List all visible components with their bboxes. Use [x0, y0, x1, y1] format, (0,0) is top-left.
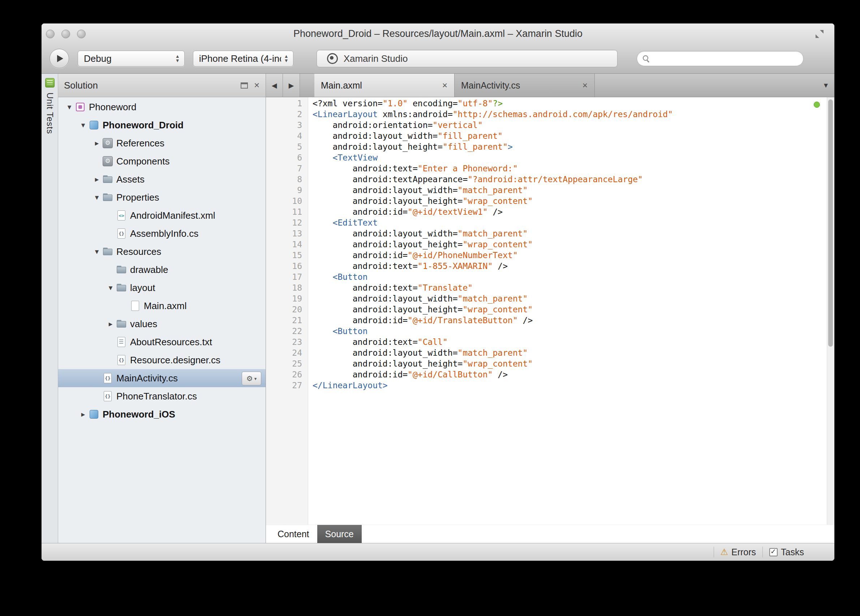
- tree-item-label: AssemblyInfo.cs: [130, 228, 198, 239]
- fullscreen-icon[interactable]: [815, 29, 824, 39]
- tab-list-chevron-icon[interactable]: ▾: [824, 81, 828, 90]
- tree-item-Phoneword_Droid[interactable]: ▾Phoneword_Droid: [58, 116, 265, 134]
- expander-collapsed-icon[interactable]: ▸: [91, 139, 102, 148]
- expander-expanded-icon[interactable]: ▾: [78, 121, 88, 129]
- tree-item-layout[interactable]: ▾layout: [58, 279, 265, 297]
- line-number: 21: [266, 315, 308, 326]
- tree-item-Components[interactable]: Components: [58, 152, 265, 170]
- unit-tests-icon: [45, 78, 55, 88]
- tree-item-AboutResources.txt[interactable]: AboutResources.txt: [58, 333, 265, 351]
- item-options-gear-button[interactable]: ⚙▾: [242, 372, 261, 385]
- tasks-button[interactable]: Tasks: [769, 547, 804, 558]
- tree-item-drawable[interactable]: drawable: [58, 261, 265, 279]
- tree-item-label: References: [116, 138, 165, 149]
- unit-tests-pad-tab[interactable]: Unit Tests: [42, 74, 58, 543]
- solution-pad: Solution ✕ ▾Phoneword▾Phoneword_Droid▸Re…: [58, 74, 266, 543]
- expander-collapsed-icon[interactable]: ▸: [91, 175, 102, 184]
- dock-pad-icon[interactable]: [241, 82, 248, 88]
- content-view-button[interactable]: Content: [270, 525, 317, 543]
- tree-item-label: Resource.designer.cs: [130, 355, 220, 366]
- solution-tree: ▾Phoneword▾Phoneword_Droid▸ReferencesCom…: [58, 97, 265, 543]
- folder-icon: [102, 192, 113, 203]
- navigate-forward-button[interactable]: ▶: [283, 74, 300, 97]
- expander-collapsed-icon[interactable]: ▸: [78, 410, 88, 419]
- tree-item-Resource.designer.cs[interactable]: Resource.designer.cs: [58, 351, 265, 369]
- tree-item-PhoneTranslator.cs[interactable]: PhoneTranslator.cs: [58, 387, 265, 405]
- search-input[interactable]: [653, 53, 803, 64]
- solution-pad-title: Solution: [64, 80, 241, 91]
- editor-scrollbar[interactable]: [827, 97, 834, 525]
- tree-item-label: values: [130, 319, 157, 330]
- code-line: <?xml version="1.0" encoding="utf-8"?>: [312, 98, 834, 109]
- close-window-button[interactable]: [46, 30, 55, 38]
- toolbar: Debug ▲▼ iPhone Retina (4-inch ▲▼ Xamari…: [42, 44, 834, 73]
- code-line: android:id="@+id/PhoneNumberText": [312, 250, 834, 261]
- view-switcher: Content Source: [266, 525, 834, 543]
- scrollbar-thumb[interactable]: [828, 99, 833, 347]
- code-line: android:layout_height="fill_parent">: [312, 141, 834, 152]
- text-file-icon: [116, 336, 127, 347]
- search-field[interactable]: [637, 51, 804, 66]
- tree-item-MainActivity.cs[interactable]: MainActivity.cs⚙▾: [58, 369, 265, 387]
- code-line: android:id="@+id/TranslateButton" />: [312, 315, 834, 326]
- expander-expanded-icon[interactable]: ▾: [64, 103, 75, 112]
- tree-item-Phoneword_iOS[interactable]: ▸Phoneword_iOS: [58, 405, 265, 423]
- status-target-icon: [327, 53, 338, 64]
- references-icon: [102, 138, 113, 149]
- minimize-window-button[interactable]: [61, 30, 70, 38]
- traffic-lights: [46, 30, 86, 38]
- tree-item-Main.axml[interactable]: Main.axml: [58, 297, 265, 315]
- expander-collapsed-icon[interactable]: ▸: [105, 319, 116, 328]
- line-number: 15: [266, 250, 308, 261]
- line-number: 18: [266, 282, 308, 293]
- code-line: <TextView: [312, 152, 834, 163]
- zoom-window-button[interactable]: [77, 30, 86, 38]
- code-line: android:text="1-855-XAMARIN" />: [312, 261, 834, 272]
- expander-expanded-icon[interactable]: ▾: [105, 283, 116, 292]
- tab-close-icon[interactable]: ✕: [582, 81, 588, 90]
- tree-item-References[interactable]: ▸References: [58, 134, 265, 152]
- configuration-dropdown[interactable]: Debug ▲▼: [78, 50, 185, 66]
- tree-item-AndroidManifest.xml[interactable]: AndroidManifest.xml: [58, 206, 265, 225]
- editor-tab-Main.axml[interactable]: Main.axml✕: [314, 74, 455, 97]
- errors-button[interactable]: ⚠ Errors: [720, 547, 756, 558]
- window-title: Phoneword_Droid – Resources/layout/Main.…: [293, 28, 582, 39]
- code-line: android:textAppearance="?android:attr/te…: [312, 174, 834, 185]
- solution-pad-header: Solution ✕: [58, 74, 265, 97]
- tree-item-Properties[interactable]: ▾Properties: [58, 189, 265, 206]
- editor-tab-MainActivity.cs[interactable]: MainActivity.cs✕: [455, 74, 595, 97]
- xamarin-studio-window: Phoneword_Droid – Resources/layout/Main.…: [41, 23, 835, 561]
- tree-item-AssemblyInfo.cs[interactable]: AssemblyInfo.cs: [58, 225, 265, 242]
- device-dropdown[interactable]: iPhone Retina (4-inch ▲▼: [193, 50, 293, 66]
- folder-icon: [102, 174, 113, 185]
- titlebar[interactable]: Phoneword_Droid – Resources/layout/Main.…: [42, 24, 834, 44]
- tab-close-icon[interactable]: ✕: [442, 81, 448, 90]
- configuration-value: Debug: [84, 53, 111, 64]
- code-line: android:orientation="vertical": [312, 119, 834, 130]
- components-icon: [102, 156, 113, 167]
- code-line: android:text="Enter a Phoneword:": [312, 163, 834, 174]
- source-view-button[interactable]: Source: [317, 525, 362, 543]
- line-number: 17: [266, 272, 308, 282]
- expander-expanded-icon[interactable]: ▾: [91, 193, 102, 202]
- expander-expanded-icon[interactable]: ▾: [91, 247, 102, 256]
- code-line: android:layout_width="match_parent": [312, 228, 834, 239]
- tree-item-values[interactable]: ▸values: [58, 315, 265, 333]
- line-number: 24: [266, 347, 308, 358]
- code-lines[interactable]: <?xml version="1.0" encoding="utf-8"?><L…: [308, 97, 834, 525]
- folder-icon: [102, 246, 113, 257]
- project-icon: [88, 119, 99, 130]
- run-button[interactable]: [50, 49, 69, 68]
- code-line: android:layout_height="wrap_content": [312, 196, 834, 206]
- code-line: android:id="@+id/CallButton" />: [312, 369, 834, 380]
- folder-icon: [116, 319, 127, 329]
- fullscreen-arrow-ne: [820, 30, 824, 34]
- tree-item-Phoneword[interactable]: ▾Phoneword: [58, 98, 265, 116]
- tree-item-label: Properties: [116, 192, 159, 203]
- close-pad-icon[interactable]: ✕: [254, 82, 260, 89]
- code-editor[interactable]: 1234567891011121314151617181920212223242…: [266, 97, 834, 525]
- tree-item-Assets[interactable]: ▸Assets: [58, 170, 265, 189]
- analysis-status-icon[interactable]: [814, 102, 820, 108]
- navigate-back-button[interactable]: ◀: [266, 74, 283, 97]
- tree-item-Resources[interactable]: ▾Resources: [58, 242, 265, 261]
